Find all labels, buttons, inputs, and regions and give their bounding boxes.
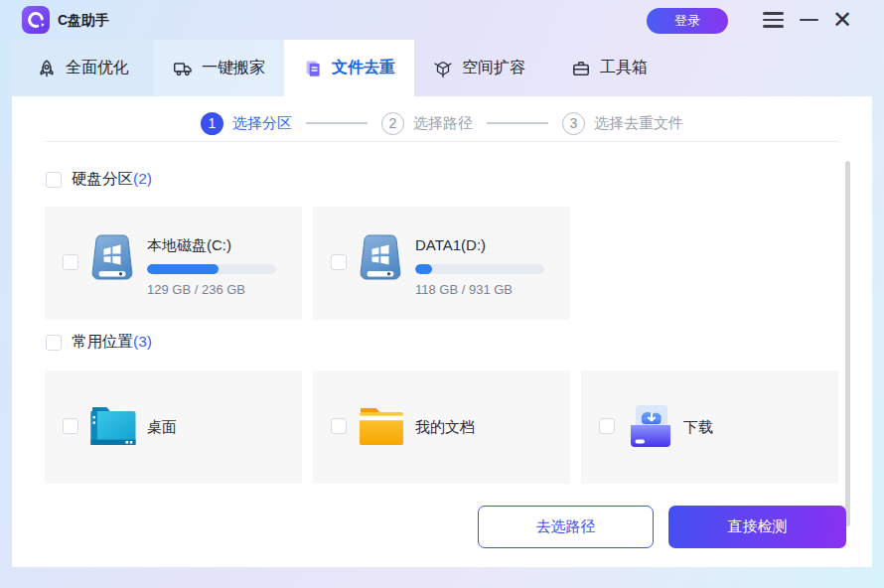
location-card-desktop[interactable]: 桌面 bbox=[45, 370, 302, 484]
downloads-checkbox[interactable] bbox=[599, 418, 615, 434]
usage-bar bbox=[147, 264, 276, 274]
documents-folder-icon bbox=[357, 403, 406, 453]
tab-label: 文件去重 bbox=[332, 58, 395, 78]
partition-c-checkbox[interactable] bbox=[63, 254, 78, 270]
step-1-label: 选择分区 bbox=[232, 114, 292, 133]
tab-one-click-move[interactable]: 一键搬家 bbox=[154, 40, 284, 96]
downloads-icon bbox=[625, 403, 676, 455]
usage-bar-fill bbox=[147, 264, 219, 274]
app-logo-icon bbox=[22, 6, 50, 34]
partitions-count: (2) bbox=[133, 170, 152, 187]
locations-section-header: 常用位置(3) bbox=[46, 332, 152, 353]
partition-d-checkbox[interactable] bbox=[331, 254, 347, 270]
login-button[interactable]: 登录 bbox=[647, 8, 728, 34]
desktop-folder-icon bbox=[88, 403, 138, 453]
partitions-section-header: 硬盘分区(2) bbox=[46, 169, 152, 190]
tab-label: 一键搬家 bbox=[202, 58, 265, 78]
partition-card-c[interactable]: 本地磁盘(C:) 129 GB / 236 GB bbox=[45, 207, 302, 320]
location-name: 我的文档 bbox=[415, 370, 475, 484]
tab-toolbox[interactable]: 工具箱 bbox=[544, 40, 674, 96]
tab-full-optimization[interactable]: 全面优化 bbox=[12, 40, 154, 96]
rocket-icon bbox=[37, 59, 57, 78]
app-title: C盘助手 bbox=[58, 0, 109, 40]
app-window: C盘助手 登录 ✕ 全面优化 bbox=[0, 0, 884, 588]
content-panel: 1 选择分区 2 选择路径 3 选择去重文件 硬盘分区(2) bbox=[12, 96, 872, 567]
step-2-circle: 2 bbox=[381, 112, 404, 135]
step-3-label: 选择去重文件 bbox=[594, 114, 683, 133]
disk-drive-icon bbox=[359, 233, 402, 285]
cube-expand-icon bbox=[433, 59, 453, 78]
partition-name: 本地磁盘(C:) bbox=[147, 236, 231, 255]
truck-icon bbox=[173, 59, 193, 78]
step-2-label: 选择路径 bbox=[413, 114, 473, 133]
close-icon[interactable]: ✕ bbox=[828, 0, 856, 40]
tab-label: 空间扩容 bbox=[462, 58, 525, 78]
locations-count: (3) bbox=[133, 333, 152, 350]
location-card-documents[interactable]: 我的文档 bbox=[313, 370, 570, 484]
tab-bar: 全面优化 一键搬家 文件去重 bbox=[12, 40, 674, 96]
tab-file-dedupe[interactable]: 文件去重 bbox=[284, 40, 414, 96]
location-name: 下载 bbox=[683, 370, 713, 484]
select-path-button[interactable]: 去选路径 bbox=[478, 506, 654, 548]
partition-usage-text: 129 GB / 236 GB bbox=[147, 282, 245, 297]
locations-select-all-checkbox[interactable] bbox=[46, 335, 62, 351]
direct-detect-button[interactable]: 直接检测 bbox=[668, 506, 846, 548]
partition-usage-text: 118 GB / 931 GB bbox=[415, 282, 513, 297]
usage-bar bbox=[415, 264, 544, 274]
divider bbox=[45, 141, 839, 142]
partitions-select-all-checkbox[interactable] bbox=[46, 172, 62, 188]
desktop-checkbox[interactable] bbox=[63, 418, 78, 434]
scrollbar[interactable] bbox=[845, 161, 850, 526]
disk-drive-icon bbox=[90, 233, 134, 285]
tab-label: 全面优化 bbox=[66, 58, 129, 78]
step-indicator: 1 选择分区 2 选择路径 3 选择去重文件 bbox=[12, 109, 872, 137]
menu-icon[interactable] bbox=[759, 0, 787, 40]
step-3-circle: 3 bbox=[562, 112, 585, 135]
partition-name: DATA1(D:) bbox=[415, 236, 486, 253]
toolbox-icon bbox=[571, 59, 591, 78]
partition-card-d[interactable]: DATA1(D:) 118 GB / 931 GB bbox=[313, 207, 570, 320]
location-name: 桌面 bbox=[147, 370, 177, 484]
tab-space-expand[interactable]: 空间扩容 bbox=[414, 40, 544, 96]
minimize-icon[interactable] bbox=[795, 0, 822, 40]
locations-section-title: 常用位置(3) bbox=[72, 332, 152, 353]
step-1-circle: 1 bbox=[201, 112, 223, 135]
step-connector bbox=[306, 122, 368, 124]
doc-dedupe-icon bbox=[303, 59, 323, 78]
partitions-section-title: 硬盘分区(2) bbox=[72, 169, 152, 190]
location-card-downloads[interactable]: 下载 bbox=[581, 370, 838, 484]
titlebar: C盘助手 登录 ✕ bbox=[0, 0, 884, 40]
step-connector bbox=[487, 122, 548, 124]
tab-label: 工具箱 bbox=[600, 58, 648, 78]
documents-checkbox[interactable] bbox=[331, 418, 347, 434]
usage-bar-fill bbox=[415, 264, 432, 274]
